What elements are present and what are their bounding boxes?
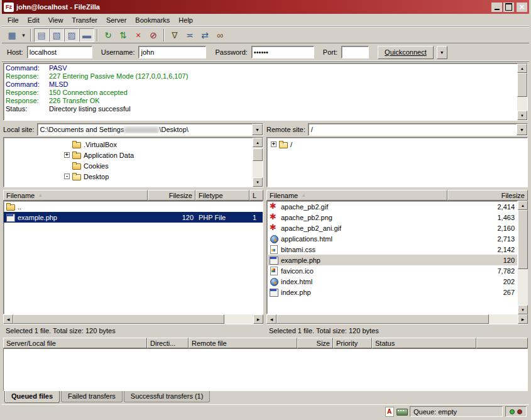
tab-queued-files[interactable]: Queued files [4,391,60,403]
tree-item-cookies[interactable]: Cookies [4,160,253,171]
tree-item-virtualbox[interactable]: .VirtualBox [4,139,253,150]
scroll-up-icon[interactable]: ▲ [518,201,528,210]
filter-icon[interactable]: ∇ [167,28,182,42]
scrollbar-thumb[interactable] [276,314,489,324]
scrollbar-track[interactable] [253,147,263,177]
log-line-label: Status: [4,105,49,113]
local-horizontal-scrollbar[interactable]: ◀ ▶ [3,314,263,324]
tab-failed-transfers[interactable]: Failed transfers [61,391,123,402]
quickconnect-button[interactable]: Quickconnect [378,46,434,59]
file-row[interactable]: .. [4,201,263,212]
toolbar: ▦▾▤▧▨▬↻⇅×⊘∇≍⇄∞ [2,26,529,43]
username-input[interactable] [138,46,206,58]
remote-column-header-filesize[interactable]: Filesize [447,190,528,201]
queue-column-header-server-local-file[interactable]: Server/Local file [3,338,147,348]
file-row[interactable]: apache_pb2.gif2,414 [267,201,517,212]
file-row[interactable]: example.php120 [267,255,517,265]
port-input[interactable] [341,46,369,58]
scroll-right-icon[interactable]: ▶ [518,314,528,324]
menu-view[interactable]: View [44,15,68,25]
disconnect-icon[interactable]: ⊘ [146,28,161,42]
scroll-left-icon[interactable]: ◀ [266,314,276,324]
queue-column-header-status[interactable]: Status [372,338,476,348]
chevron-down-icon[interactable]: ▼ [517,124,527,135]
scroll-down-icon[interactable]: ▼ [517,111,527,120]
queue-column-header-priority[interactable]: Priority [333,338,372,348]
site-manager-icon[interactable]: ▦ [4,28,19,42]
menu-edit[interactable]: Edit [23,15,44,25]
file-row[interactable]: index.php267 [267,287,517,297]
find-icon[interactable]: ∞ [212,28,227,42]
scrollbar-track[interactable] [13,314,253,324]
local-column-header-filesize[interactable]: Filesize [148,190,195,201]
menu-transfer[interactable]: Transfer [67,15,102,25]
local-tree-toggle-icon[interactable]: ▧ [49,28,64,42]
local-column-header-l[interactable]: L [249,190,263,201]
menu-bookmarks[interactable]: Bookmarks [131,15,174,25]
file-row[interactable]: index.html202 [267,276,517,287]
local-column-header-filename[interactable]: Filename▲ [3,190,148,201]
host-input[interactable] [27,46,92,58]
file-row[interactable]: bitnami.css2,142 [267,244,517,255]
queue-column-header-size[interactable]: Size [297,338,333,348]
title-bar[interactable]: john@localhost - FileZilla [2,0,529,14]
tree-item-desktop[interactable]: -Desktop [4,171,253,182]
remote-column-header-filename[interactable]: Filename▲ [266,190,447,201]
refresh-icon[interactable]: ↻ [101,28,116,42]
tree-item-item[interactable]: +/ [267,139,527,150]
collapse-icon[interactable]: - [64,174,70,179]
menu-help[interactable]: Help [174,15,197,25]
scroll-down-icon[interactable]: ▼ [518,305,528,314]
scroll-up-icon[interactable]: ▲ [253,138,263,147]
scroll-right-icon[interactable]: ▶ [253,314,263,324]
compare-icon[interactable]: ≍ [182,28,197,42]
file-row[interactable]: favicon.ico7,782 [267,265,517,276]
queue-body[interactable] [3,348,528,391]
file-row[interactable]: apache_pb2.png1,463 [267,212,517,223]
message-log-scrollbar[interactable]: ▲ ▼ [517,64,527,120]
scrollbar-thumb[interactable] [518,210,528,269]
sync-browse-icon[interactable]: ⇄ [197,28,212,42]
process-queue-icon[interactable]: ⇅ [116,28,131,42]
cancel-icon[interactable]: × [131,28,146,42]
keyboard-icon[interactable] [397,407,407,416]
remote-site-combobox[interactable]: / ▼ [308,123,528,136]
queue-toggle-icon[interactable]: ▬ [79,28,94,42]
local-column-header-filetype[interactable]: Filetype [195,190,249,201]
queue-column-header-remote-file[interactable]: Remote file [189,338,297,348]
quickconnect-bar: Host: Username: Password: Port: Quickcon… [2,43,529,62]
tab-successful-transfers-1[interactable]: Successful transfers (1) [124,391,211,402]
file-row[interactable]: apache_pb2_ani.gif2,160 [267,223,517,233]
password-input[interactable] [251,46,314,58]
remote-tree-toggle-icon[interactable]: ▨ [64,28,79,42]
scroll-left-icon[interactable]: ◀ [3,314,13,324]
remote-horizontal-scrollbar[interactable]: ◀ ▶ [266,314,528,324]
message-log-toggle-icon[interactable]: ▤ [34,28,49,42]
expand-icon[interactable]: + [64,152,70,158]
menu-server[interactable]: Server [102,15,131,25]
minimize-button[interactable] [491,3,502,12]
scroll-down-icon[interactable]: ▼ [253,177,263,187]
remote-list-scrollbar[interactable]: ▲ ▼ [518,201,528,314]
local-site-combobox[interactable]: C:\Documents and Settings\Desktop\ ▼ [37,123,263,136]
site-manager-dropdown-icon[interactable]: ▾ [19,28,28,42]
scrollbar-track[interactable] [518,210,528,305]
chevron-down-icon[interactable]: ▼ [252,124,263,135]
menu-file[interactable]: File [3,15,23,25]
maximize-button[interactable] [503,3,514,12]
queue-column-header-directi[interactable]: Directi... [147,338,189,348]
scrollbar-thumb[interactable] [253,148,263,161]
quickconnect-dropdown-icon[interactable]: ▼ [437,46,447,59]
file-row[interactable]: example.php120PHP File1 [4,212,263,223]
close-button[interactable] [517,3,527,12]
local-tree-scrollbar[interactable]: ▲ ▼ [253,138,263,187]
expand-icon[interactable]: + [271,141,276,147]
file-row[interactable]: applications.html2,713 [267,233,517,244]
ascii-transfer-icon[interactable] [384,407,395,416]
scroll-up-icon[interactable]: ▲ [517,64,527,73]
scrollbar-thumb[interactable] [13,314,224,324]
tree-item-application-data[interactable]: +Application Data [4,150,253,160]
scrollbar-track[interactable] [517,73,527,111]
scrollbar-thumb[interactable] [517,73,527,97]
scrollbar-track[interactable] [276,314,518,324]
